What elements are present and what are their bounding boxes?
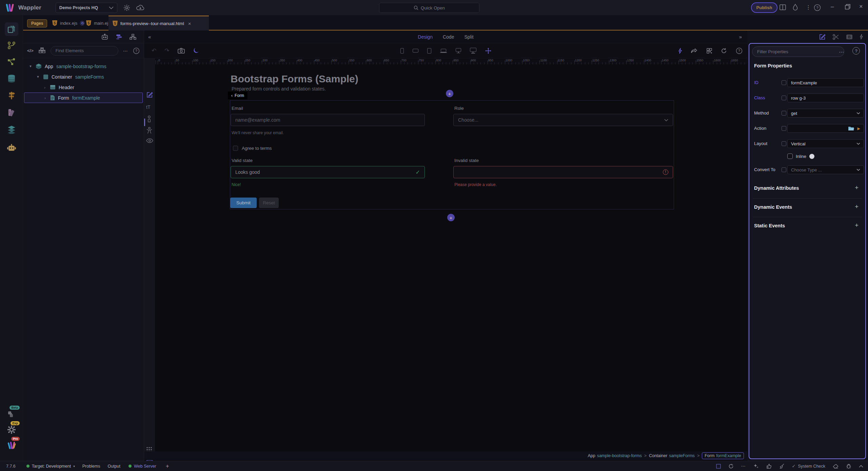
pages-filter-button[interactable]: Pages [27, 19, 47, 27]
rail-ai-robot-icon[interactable] [5, 141, 18, 155]
info-icon[interactable] [782, 96, 786, 100]
explorer-help-icon[interactable]: ? [133, 47, 140, 54]
add-dynamic-event-button[interactable]: + [855, 203, 859, 210]
kebab-menu-icon[interactable]: ⋮ [806, 4, 811, 11]
id-input[interactable]: formExample [787, 78, 864, 87]
edit-properties-icon[interactable] [819, 34, 826, 40]
ai-sparkles-icon[interactable] [753, 464, 759, 469]
rail-extensions-icon[interactable]: Beta [5, 407, 18, 421]
eraser-icon[interactable] [833, 464, 839, 469]
selection-tool-icon[interactable] [716, 464, 721, 469]
dynamic-lightning-icon[interactable] [860, 34, 863, 40]
add-element-below-button[interactable]: + [447, 214, 455, 221]
terms-checkbox[interactable] [233, 146, 238, 151]
breadcrumb-app[interactable]: App sample-bootstrap-forms [588, 453, 642, 458]
quick-open-search[interactable]: Quick Open [379, 3, 479, 13]
rail-database-icon[interactable] [5, 72, 18, 85]
target-selector[interactable]: Target: Development ▾ [26, 464, 75, 469]
server-action-icon[interactable]: ▶ [857, 126, 860, 131]
layout-select[interactable]: Vertical [787, 139, 864, 148]
mode-code[interactable]: Code [443, 34, 454, 40]
add-dynamic-attribute-button[interactable]: + [855, 184, 859, 191]
minimize-button[interactable]: – [831, 3, 834, 10]
dynamic-events-section[interactable]: Dynamic Events [754, 204, 792, 210]
add-element-above-button[interactable]: + [446, 90, 453, 97]
folder-picker-icon[interactable] [848, 126, 854, 131]
qr-code-icon[interactable] [707, 48, 712, 54]
text-tool-icon[interactable]: tT [146, 104, 150, 110]
system-check[interactable]: ✓ System Check [792, 464, 826, 469]
ai-assistant-icon[interactable] [101, 34, 108, 40]
free-resize-icon[interactable] [485, 48, 491, 54]
tab-forms-preview-active[interactable]: 5 forms-preview--tour-manual.html × [108, 16, 209, 30]
add-static-event-button[interactable]: + [855, 222, 859, 229]
submit-button[interactable]: Submit [230, 198, 257, 208]
mode-design[interactable]: Design [418, 34, 433, 40]
rail-routes-signpost-icon[interactable] [5, 89, 18, 102]
device-large-desktop-icon[interactable] [470, 48, 476, 54]
info-icon[interactable] [782, 141, 786, 146]
debug-bug-icon[interactable] [846, 464, 851, 469]
reset-button[interactable]: Reset [259, 198, 279, 208]
valid-state-input[interactable]: Looks good ✓ [231, 166, 425, 178]
info-icon[interactable] [782, 80, 786, 85]
refresh-icon[interactable] [721, 48, 727, 54]
components-package-icon[interactable] [38, 47, 46, 54]
collapse-chevron-icon[interactable]: ▾ [28, 64, 33, 68]
filter-properties-input[interactable]: Filter Properties [752, 46, 844, 57]
tree-item-container[interactable]: ▾ Container sampleForms [23, 71, 144, 82]
rail-git-icon[interactable] [5, 39, 18, 52]
close-window-button[interactable]: × [859, 3, 863, 10]
breadcrumb-form-selected[interactable]: Form formExample [702, 452, 744, 459]
outline-view-icon[interactable] [116, 34, 122, 40]
code-view-icon[interactable]: </> [27, 48, 34, 53]
redo-icon[interactable]: ↷ [164, 47, 169, 54]
close-tab-icon[interactable]: × [188, 21, 191, 26]
edit-pencil-icon[interactable] [146, 91, 153, 98]
device-phone-landscape-icon[interactable] [413, 49, 418, 53]
method-select[interactable]: get [787, 109, 864, 118]
feedback-thumbs-up-icon[interactable] [766, 464, 772, 469]
collapse-panel-icon[interactable]: « [148, 34, 151, 40]
more-icon[interactable]: ⋯ [741, 464, 746, 469]
dynamic-attributes-section[interactable]: Dynamic Attributes [754, 185, 799, 191]
static-events-section[interactable]: Static Events [754, 223, 785, 228]
sitemap-view-icon[interactable] [130, 34, 136, 40]
rail-styles-icon[interactable] [5, 106, 18, 119]
collapse-statusbar-icon[interactable] [859, 465, 863, 468]
expand-chevron-icon[interactable]: › [43, 85, 47, 89]
selected-element-badge[interactable]: ‹ Form [228, 91, 248, 99]
explorer-more-icon[interactable]: ⋯ [123, 48, 128, 54]
resync-icon[interactable] [728, 464, 734, 469]
mode-split[interactable]: Split [464, 34, 473, 40]
inline-checkbox[interactable] [787, 153, 793, 159]
class-input[interactable]: row g-3 [787, 94, 864, 102]
info-icon[interactable] [782, 126, 786, 131]
expand-chevron-icon[interactable]: › [43, 96, 47, 100]
info-icon[interactable] [782, 167, 786, 172]
device-phone-icon[interactable] [400, 48, 404, 54]
panel-help-icon[interactable]: ? [852, 47, 860, 55]
device-tablet-icon[interactable] [427, 48, 431, 54]
screenshot-camera-icon[interactable] [178, 48, 185, 54]
canvas-help-icon[interactable]: ? [736, 47, 743, 54]
tree-item-app[interactable]: ▾ App sample-bootstrap-forms [23, 61, 144, 71]
expand-panel-icon[interactable]: » [739, 34, 742, 40]
web-server-status[interactable]: Web Server [129, 464, 156, 469]
rail-experimental-icon[interactable]: Exp [5, 423, 18, 436]
project-selector[interactable]: Demo Projects HQ [56, 3, 117, 13]
tree-item-header[interactable]: › Header [23, 82, 144, 93]
action-input[interactable]: ▶ [787, 124, 864, 133]
restore-button[interactable] [845, 4, 850, 9]
export-share-icon[interactable] [691, 48, 698, 54]
undo-icon[interactable]: ↶ [152, 47, 156, 54]
invalid-state-input[interactable]: ! [453, 166, 673, 178]
help-icon[interactable]: ? [814, 4, 821, 11]
info-icon[interactable] [782, 111, 786, 116]
collapse-chevron-icon[interactable]: ▾ [36, 75, 40, 79]
find-elements-input[interactable]: Find Elements [51, 46, 118, 56]
problems-button[interactable]: Problems [82, 464, 100, 469]
bootstrap-icon[interactable]: B [846, 34, 853, 40]
tree-item-form-selected[interactable]: › Form formExample [24, 93, 143, 103]
email-input[interactable]: name@example.com [231, 114, 425, 126]
